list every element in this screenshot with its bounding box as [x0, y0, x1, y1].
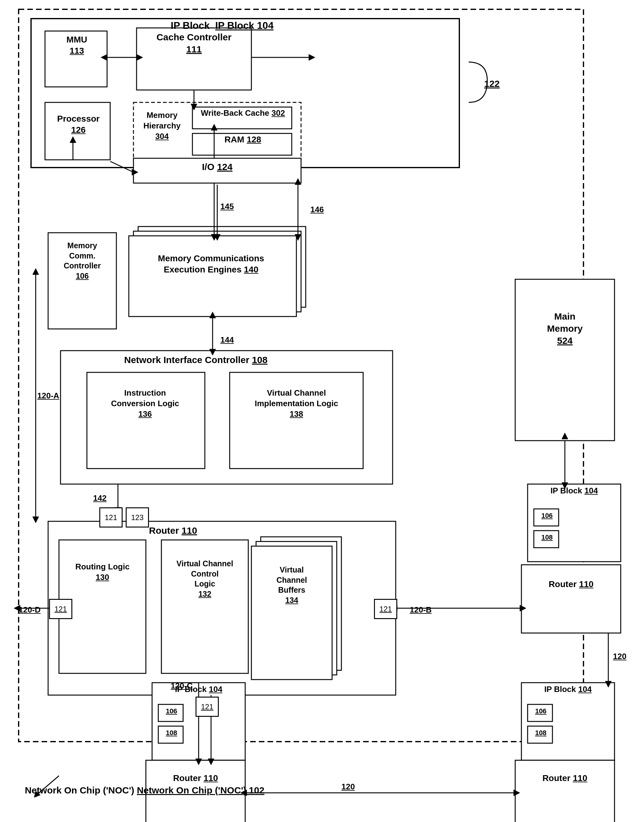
port-121-a: 121	[99, 507, 123, 528]
svg-marker-54	[295, 178, 301, 185]
svg-marker-73	[208, 759, 214, 765]
svg-rect-15	[230, 372, 363, 468]
label-106-right: 106	[535, 511, 559, 520]
svg-marker-41	[309, 54, 315, 61]
svg-marker-76	[514, 790, 520, 796]
svg-marker-78	[562, 433, 568, 439]
instruction-conv-label: Instruction Conversion Logic 136	[89, 388, 202, 419]
svg-marker-51	[214, 234, 220, 240]
ref-122-label: 122	[484, 78, 500, 90]
label-144: 144	[220, 335, 234, 345]
ip-block-right-label: IP Block 104	[531, 486, 618, 496]
label-108-right: 108	[535, 533, 559, 542]
port-123: 123	[126, 507, 149, 528]
port-121-d: 121	[196, 696, 219, 717]
router-br-label: Router 110	[517, 773, 613, 784]
svg-marker-43	[70, 136, 76, 143]
svg-marker-60	[210, 312, 216, 318]
io-label: I/O 124	[164, 161, 270, 173]
svg-marker-56	[32, 268, 39, 275]
ip-block-main-label: IP Block IP Block 104	[171, 19, 273, 32]
write-back-cache-label: Write-Back Cache 302	[196, 108, 290, 119]
port-121-c: 121	[374, 599, 397, 619]
main-memory-label: Main Memory 524	[517, 310, 613, 347]
diagram: IP Block IP Block 104 MMU 113 Cache Cont…	[0, 0, 644, 822]
router-right-label: Router 110	[523, 579, 619, 590]
label-120: 120	[341, 782, 355, 791]
svg-rect-34	[515, 760, 615, 822]
ip-block-bc-label: IP Block 104	[155, 684, 242, 695]
label-145: 145	[220, 202, 234, 211]
label-120-right: 120	[613, 652, 626, 661]
label-108-bc: 108	[160, 729, 183, 738]
cache-controller-label: Cache Controller 111	[138, 31, 250, 55]
svg-rect-16	[48, 521, 396, 695]
nic-label: Network Interface Controller 108	[124, 354, 268, 366]
mem-comm-controller-label: Memory Comm. Controller 106	[50, 240, 115, 281]
memory-hierarchy-label: Memory Hierarchy 304	[136, 110, 189, 141]
vc-control-label: Virtual Channel Control Logic 132	[163, 559, 247, 599]
svg-marker-53	[295, 234, 301, 240]
mmu-label: MMU 113	[48, 34, 106, 57]
svg-marker-57	[32, 517, 39, 523]
label-142: 142	[93, 493, 106, 503]
router-main-label: Router 110	[149, 524, 197, 537]
svg-rect-12	[129, 236, 296, 317]
label-120d: 120-D	[18, 605, 41, 615]
ip-block-br-label: IP Block 104	[524, 684, 612, 695]
svg-marker-47	[132, 169, 138, 175]
vc-impl-label: Virtual Channel Implementation Logic 138	[231, 388, 362, 419]
svg-marker-37	[136, 54, 143, 61]
ram-label: RAM 128	[196, 134, 290, 145]
router-bc-label: Router 110	[147, 773, 244, 784]
routing-logic-label: Routing Logic 130	[61, 562, 144, 583]
vc-buffers-label: Virtual Channel Buffers 134	[253, 565, 331, 605]
svg-marker-71	[196, 759, 202, 765]
svg-marker-68	[520, 605, 526, 611]
svg-marker-45	[211, 124, 217, 130]
svg-rect-20	[256, 542, 337, 675]
mem-comm-exec-label: Memory Communications Execution Engines …	[130, 253, 292, 276]
label-146: 146	[310, 205, 324, 214]
svg-rect-22	[515, 279, 615, 441]
noc-label: Network On Chip ('NOC') Network On Chip …	[25, 785, 264, 796]
label-106-bc: 106	[160, 707, 183, 716]
svg-rect-14	[87, 372, 205, 468]
label-120a: 120-A	[37, 391, 59, 401]
port-121-b: 121	[49, 599, 72, 619]
svg-marker-49	[211, 234, 217, 240]
processor-label: Processor 126	[46, 113, 110, 136]
label-106-br: 106	[529, 707, 552, 716]
label-108-br: 108	[529, 729, 552, 738]
svg-line-46	[110, 161, 133, 172]
label-120b: 120-B	[410, 605, 432, 615]
svg-rect-26	[521, 565, 621, 633]
